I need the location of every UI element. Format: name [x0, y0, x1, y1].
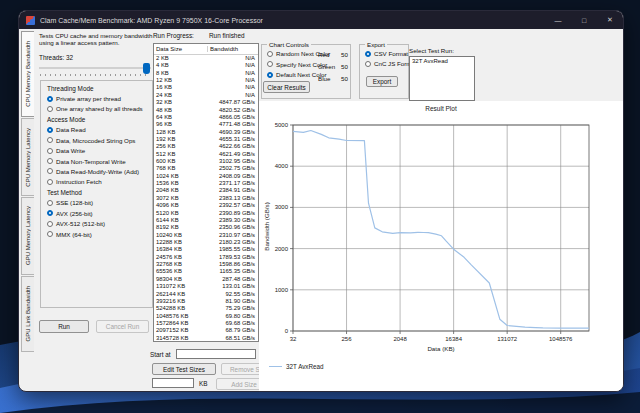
table-row[interactable]: 3072 KB2383.13 GB/s: [154, 195, 258, 202]
table-row[interactable]: 262144 KB92.55 GB/s: [154, 291, 258, 298]
rgb-value-blue: 50: [334, 75, 348, 82]
tab-gpu-memory-latency[interactable]: GPU Memory Latency: [21, 197, 34, 275]
cell-data-size: 16384 KB: [154, 246, 208, 253]
table-row[interactable]: 2048 KB2384.91 GB/s: [154, 187, 258, 194]
table-row[interactable]: 192 KB4655.31 GB/s: [154, 136, 258, 143]
table-row[interactable]: 32 KB4847.87 GB/s: [154, 99, 258, 106]
radio-avx-512-512-bit[interactable]: AVX-512 (512-bit): [47, 220, 152, 227]
test-run-listbox[interactable]: 32T AvxRead: [409, 56, 475, 101]
table-row[interactable]: 98304 KB287.48 GB/s: [154, 276, 258, 283]
radio-data-non-temporal-write[interactable]: Data Non-Temporal Write: [47, 158, 152, 165]
table-row[interactable]: 3145728 KB68.51 GB/s: [154, 335, 258, 342]
cell-data-size: 6144 KB: [154, 217, 208, 224]
radio-avx-256-bit[interactable]: AVX (256-bit): [47, 210, 152, 217]
maximize-icon[interactable]: □: [571, 11, 597, 29]
cell-bandwidth: N/A: [208, 84, 258, 91]
tab-gpu-link-bandwidth[interactable]: GPU Link Bandwidth: [21, 276, 34, 352]
table-row[interactable]: 131072 KB133.01 GB/s: [154, 283, 258, 290]
radio-data-microcoded-string-ops[interactable]: Data, Microcoded String Ops: [47, 137, 152, 144]
export-button[interactable]: Export: [366, 76, 398, 87]
radio-data-write[interactable]: Data Write: [47, 147, 152, 154]
table-row[interactable]: 512 KB4621.49 GB/s: [154, 151, 258, 158]
table-row[interactable]: 8 KBN/A: [154, 70, 258, 77]
radio-private-array-per-thread[interactable]: Private array per thread: [47, 95, 152, 102]
radio-instruction-fetch[interactable]: Instruction Fetch: [47, 178, 152, 185]
table-row[interactable]: 1048576 KB69.80 GB/s: [154, 313, 258, 320]
table-row[interactable]: 256 KB4622.66 GB/s: [154, 143, 258, 150]
table-row[interactable]: 2097152 KB68.79 GB/s: [154, 327, 258, 334]
svg-text:131072: 131072: [497, 336, 518, 342]
table-row[interactable]: 24 KBN/A: [154, 92, 258, 99]
table-row[interactable]: 4096 KB2392.57 GB/s: [154, 202, 258, 209]
cell-bandwidth: N/A: [208, 77, 258, 84]
cell-bandwidth: 81.90 GB/s: [208, 298, 258, 305]
close-icon[interactable]: ✕: [597, 11, 623, 29]
table-row[interactable]: 24576 KB1789.53 GB/s: [154, 254, 258, 261]
clear-results-button[interactable]: Clear Results: [263, 81, 310, 93]
tab-cpu-memory-bandwidth[interactable]: CPU Memory Bandwidth: [21, 31, 34, 117]
edit-test-sizes-button[interactable]: Edit Test Sizes: [152, 363, 216, 375]
table-row[interactable]: 65536 KB1165.35 GB/s: [154, 268, 258, 275]
table-row[interactable]: 5120 KB2390.89 GB/s: [154, 210, 258, 217]
svg-text:1048576: 1048576: [549, 336, 573, 342]
group-title-threading-mode: Threading Mode: [47, 85, 152, 92]
table-row[interactable]: 64 KB4866.05 GB/s: [154, 114, 258, 121]
radio-data-read-modify-write-add[interactable]: Data Read-Modify-Write (Add): [47, 168, 152, 175]
cell-bandwidth: 2371.17 GB/s: [208, 180, 258, 187]
table-row[interactable]: 4 KBN/A: [154, 62, 258, 69]
table-row[interactable]: 48 KB4820.52 GB/s: [154, 107, 258, 114]
table-row[interactable]: 1572864 KB69.68 GB/s: [154, 320, 258, 327]
radio-sse-128-bit[interactable]: SSE (128-bit): [47, 199, 152, 206]
add-size-input[interactable]: [152, 378, 194, 388]
table-row[interactable]: 1536 KB2371.17 GB/s: [154, 180, 258, 187]
table-row[interactable]: 8192 KB2350.96 GB/s: [154, 224, 258, 231]
table-row[interactable]: 16384 KB1985.55 GB/s: [154, 246, 258, 253]
table-row[interactable]: 6144 KB2389.30 GB/s: [154, 217, 258, 224]
legend-line-icon: [269, 366, 282, 367]
table-row[interactable]: 2 KBN/A: [154, 55, 258, 62]
table-row[interactable]: 1024 KB2408.09 GB/s: [154, 173, 258, 180]
table-row[interactable]: 768 KB2502.75 GB/s: [154, 165, 258, 172]
slider-ticks: [40, 74, 150, 76]
chart-y-axis-label: Bandwidth (GB/s): [263, 193, 270, 261]
chart-title: Result Plot: [259, 105, 623, 112]
radio-data-read[interactable]: Data Read: [47, 126, 152, 133]
tab-cpu-memory-latency[interactable]: CPU Memory Latency: [21, 118, 34, 196]
svg-text:0: 0: [285, 328, 289, 334]
cell-bandwidth: 4866.05 GB/s: [208, 114, 258, 121]
table-row[interactable]: 96 KB4771.48 GB/s: [154, 121, 258, 128]
table-row[interactable]: 12288 KB2180.23 GB/s: [154, 239, 258, 246]
list-item-32t-avxread[interactable]: 32T AvxRead: [410, 57, 474, 65]
window-controls: — □ ✕: [545, 11, 623, 29]
cell-data-size: 600 KB: [154, 158, 208, 165]
results-table-header[interactable]: Data Size Bandwidth: [154, 44, 258, 55]
start-at-input[interactable]: [176, 349, 256, 359]
column-data-size[interactable]: Data Size: [154, 46, 208, 52]
cell-data-size: 3145728 KB: [154, 335, 208, 342]
table-row[interactable]: 16 KBN/A: [154, 84, 258, 91]
table-row[interactable]: 393216 KB81.90 GB/s: [154, 298, 258, 305]
table-row[interactable]: 128 KB4690.39 GB/s: [154, 129, 258, 136]
minimize-icon[interactable]: —: [545, 11, 571, 29]
radio-icon: [267, 72, 273, 78]
tab-label: CPU Memory Bandwidth: [25, 38, 31, 110]
radio-label: AVX-512 (512-bit): [56, 220, 105, 227]
table-row[interactable]: 10240 KB2310.97 GB/s: [154, 232, 258, 239]
table-row[interactable]: 12 KBN/A: [154, 77, 258, 84]
cell-bandwidth: 68.79 GB/s: [208, 327, 258, 334]
svg-text:256: 256: [342, 336, 353, 342]
run-button[interactable]: Run: [39, 320, 89, 333]
cell-data-size: 2048 KB: [154, 187, 208, 194]
slider-thumb[interactable]: [143, 63, 150, 74]
column-bandwidth[interactable]: Bandwidth: [208, 46, 258, 52]
radio-one-array-shared-by-all-threads[interactable]: One array shared by all threads: [47, 105, 152, 112]
radio-label: Data Non-Temporal Write: [56, 158, 126, 165]
table-row[interactable]: 600 KB3102.95 GB/s: [154, 158, 258, 165]
threads-slider[interactable]: [39, 63, 151, 77]
radio-mmx-64-bit[interactable]: MMX (64-bit): [47, 231, 152, 238]
table-row[interactable]: 32768 KB1598.86 GB/s: [154, 261, 258, 268]
results-table[interactable]: Data Size Bandwidth 2 KBN/A4 KBN/A8 KBN/…: [153, 43, 259, 342]
cell-bandwidth: 4655.31 GB/s: [208, 136, 258, 143]
svg-text:16384: 16384: [445, 336, 462, 342]
table-row[interactable]: 524288 KB75.29 GB/s: [154, 305, 258, 312]
